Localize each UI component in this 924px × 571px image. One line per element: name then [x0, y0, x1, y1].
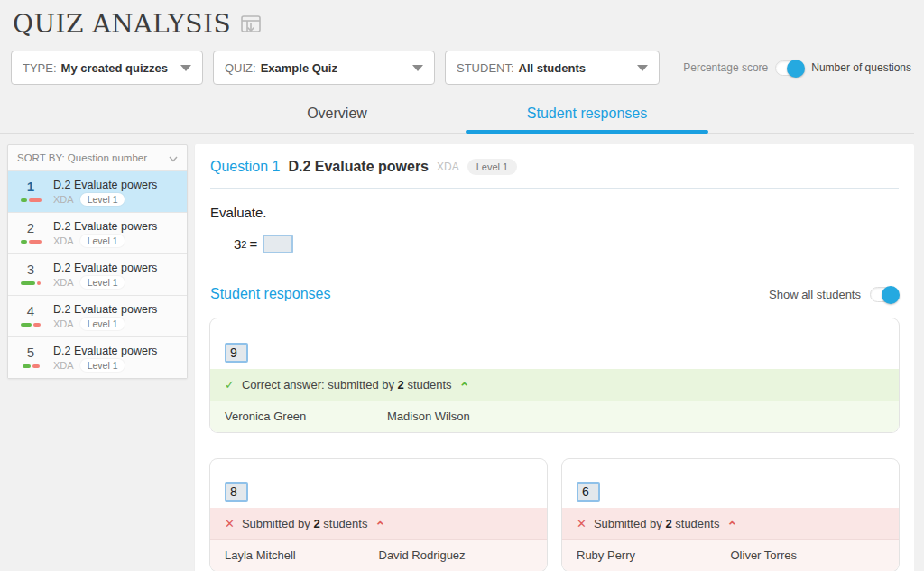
quiz-dropdown-label: QUIZ:: [225, 61, 256, 75]
level-badge: Level 1: [467, 159, 517, 175]
score-bars: [8, 364, 53, 368]
student-name: David Rodriguez: [379, 548, 533, 562]
skill-code: XDA: [53, 277, 74, 288]
question-detail-panel: Question 1 D.2 Evaluate powers XDA Level…: [195, 144, 914, 571]
response-student-names: Veronica Green Madison Wilson: [210, 401, 899, 432]
summary-text: Correct answer: submitted by 2 students: [242, 378, 452, 391]
export-table-icon[interactable]: [240, 14, 262, 39]
level-badge: Level 1: [80, 193, 125, 206]
sidebar-item-question-4[interactable]: 4 D.2 Evaluate powers XDA Level 1: [8, 295, 187, 336]
question-expression: 32 =: [234, 235, 899, 253]
score-bars: [8, 281, 53, 285]
question-title: D.2 Evaluate powers: [53, 179, 180, 191]
correct-bar: [21, 323, 32, 327]
correct-bar: [23, 364, 31, 368]
student-name: Layla Mitchell: [225, 548, 379, 562]
response-summary-incorrect[interactable]: ✕ Submitted by 2 students ⌃: [210, 508, 547, 540]
incorrect-bar: [33, 323, 41, 327]
question-info: D.2 Evaluate powers XDA Level 1: [53, 262, 180, 289]
response-answer-value: 9: [225, 343, 248, 363]
score-bars: [8, 322, 53, 327]
x-icon: ✕: [577, 517, 587, 530]
quiz-dropdown[interactable]: QUIZ: Example Quiz: [213, 51, 435, 85]
summary-text: Submitted by 2 students: [242, 517, 368, 530]
question-title: D.2 Evaluate powers: [53, 262, 180, 274]
chevron-down-icon: [169, 150, 178, 166]
quiz-dropdown-value: Example Quiz: [261, 61, 337, 75]
incorrect-cards-row: 8 ✕ Submitted by 2 students ⌃ Layla Mitc…: [210, 459, 899, 571]
question-number-column: 2: [8, 220, 53, 247]
question-label: Question 1: [210, 159, 280, 175]
sidebar-item-question-3[interactable]: 3 D.2 Evaluate powers XDA Level 1: [8, 253, 187, 295]
answer-input[interactable]: [263, 235, 293, 253]
question-number-column: 4: [8, 303, 53, 330]
show-all-students-group: Show all students: [769, 287, 899, 302]
score-mode-toggle[interactable]: [775, 60, 804, 76]
skill-code: XDA: [53, 194, 74, 205]
question-number: 4: [8, 303, 53, 318]
sidebar-item-question-2[interactable]: 2 D.2 Evaluate powers XDA Level 1: [8, 212, 187, 253]
page-header: QUIZ ANALYSIS: [0, 0, 924, 39]
response-summary-correct[interactable]: ✓ Correct answer: submitted by 2 student…: [210, 369, 899, 401]
chevron-up-icon[interactable]: ⌃: [374, 521, 385, 530]
type-dropdown-value: My created quizzes: [61, 61, 169, 75]
caret-down-icon: [637, 65, 648, 71]
sort-by-dropdown[interactable]: SORT BY: Question number: [8, 145, 187, 170]
student-name: Ruby Perry: [577, 548, 731, 562]
tab-student-responses[interactable]: Student responses: [462, 97, 712, 133]
tab-bar: Overview Student responses: [0, 97, 924, 134]
incorrect-bar: [29, 240, 42, 244]
response-cards: 9 ✓ Correct answer: submitted by 2 stude…: [210, 318, 899, 571]
sort-by-label: SORT BY: Question number: [17, 152, 147, 163]
question-number: 1: [8, 179, 53, 194]
show-all-students-toggle[interactable]: [870, 287, 899, 302]
response-student-names: Layla Mitchell David Rodriguez: [210, 540, 547, 571]
response-answer-area: 9: [210, 318, 899, 369]
chevron-up-icon[interactable]: ⌃: [726, 521, 737, 530]
level-badge: Level 1: [80, 318, 125, 330]
question-skill-title: D.2 Evaluate powers: [288, 159, 429, 175]
question-number-column: 1: [8, 179, 53, 206]
show-all-students-label: Show all students: [769, 288, 861, 301]
response-summary-incorrect[interactable]: ✕ Submitted by 2 students ⌃: [562, 508, 899, 540]
question-number: 5: [8, 345, 53, 360]
student-dropdown[interactable]: STUDENT: All students: [445, 51, 660, 85]
expression-base: 3: [234, 236, 241, 252]
student-name: Oliver Torres: [731, 548, 885, 562]
check-icon: ✓: [225, 378, 235, 391]
tab-overview[interactable]: Overview: [212, 97, 462, 133]
response-answer-value: 8: [225, 482, 248, 502]
response-answer-area: 6: [562, 459, 899, 508]
score-bars: [8, 239, 53, 244]
level-badge: Level 1: [80, 235, 125, 247]
skill-code: XDA: [437, 161, 459, 173]
question-title: D.2 Evaluate powers: [53, 220, 180, 233]
toggle-knob: [787, 60, 805, 78]
scrollbar-gutter[interactable]: [914, 0, 924, 571]
skill-code: XDA: [53, 318, 74, 329]
student-dropdown-value: All students: [519, 61, 586, 75]
skill-code: XDA: [53, 360, 74, 371]
question-number: 3: [8, 262, 53, 277]
score-bars: [8, 198, 53, 202]
question-number: 2: [8, 220, 53, 235]
score-mode-toggle-group: Percentage score Number of questions: [683, 60, 911, 76]
type-dropdown[interactable]: TYPE: My created quizzes: [11, 51, 203, 85]
response-student-names: Ruby Perry Oliver Torres: [562, 540, 899, 571]
chevron-up-icon[interactable]: ⌃: [459, 382, 470, 391]
question-info: D.2 Evaluate powers XDA Level 1: [53, 220, 180, 247]
sidebar-item-question-5[interactable]: 5 D.2 Evaluate powers XDA Level 1: [8, 336, 187, 378]
response-answer-area: 8: [210, 459, 547, 508]
summary-text: Submitted by 2 students: [594, 517, 720, 530]
question-number-column: 5: [8, 345, 53, 372]
question-detail-header: Question 1 D.2 Evaluate powers XDA Level…: [210, 159, 899, 175]
question-info: D.2 Evaluate powers XDA Level 1: [53, 179, 180, 206]
correct-bar: [21, 240, 27, 244]
section-title: Student responses: [210, 286, 330, 302]
sidebar-item-question-1[interactable]: 1 D.2 Evaluate powers XDA Level 1: [8, 170, 187, 212]
x-icon: ✕: [225, 517, 235, 530]
correct-bar: [21, 281, 35, 285]
question-number-column: 3: [8, 262, 53, 289]
skill-code: XDA: [53, 235, 74, 246]
incorrect-bar: [37, 281, 41, 285]
